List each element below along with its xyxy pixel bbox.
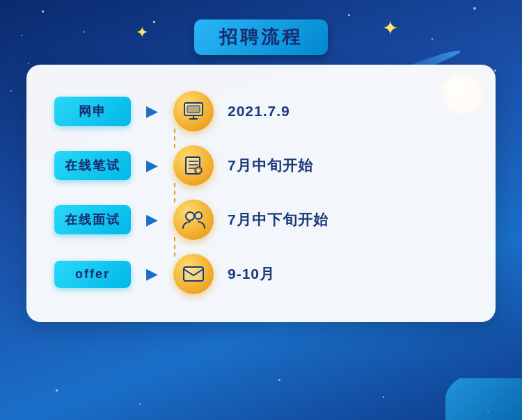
bottom-decoration [425,378,522,420]
svg-point-11 [186,212,194,220]
process-list: 网申 ▶ 2021.7.9 在线笔试 ▶ [54,84,468,301]
svg-rect-13 [184,267,203,281]
step-desc-1: 2021.7.9 [228,103,290,120]
svg-rect-3 [187,106,200,113]
step-label-4: offer [54,261,131,288]
step-icon-4 [173,254,214,294]
title-box: 招聘流程 [194,19,328,55]
page-title: 招聘流程 [219,26,303,47]
step-desc-4: 9-10月 [228,264,275,284]
arrow-icon-3: ▶ [146,211,158,229]
arrow-icon-4: ▶ [146,265,158,283]
title-section: ✦ 招聘流程 ✦ [0,19,522,55]
step-icon-2 [173,145,214,186]
step-label-2: 在线笔试 [54,151,131,180]
step-icon-1 [173,91,214,131]
process-row-2: 在线笔试 ▶ 7月中旬开始 [54,138,468,193]
sparkle-right-icon: ✦ [382,17,398,40]
bottom-deco-shape [445,378,522,420]
arrow-icon-1: ▶ [146,102,158,120]
process-row-4: offer ▶ 9-10月 [54,247,468,301]
main-card: 网申 ▶ 2021.7.9 在线笔试 ▶ [26,65,496,322]
step-label-3: 在线面试 [54,205,131,234]
process-row-3: 在线面试 ▶ 7月中下旬开始 [54,193,468,247]
step-icon-3 [173,200,214,240]
sparkle-left-icon: ✦ [136,24,148,42]
process-row-1: 网申 ▶ 2021.7.9 [54,84,468,138]
step-label-1: 网申 [54,97,131,126]
step-desc-2: 7月中旬开始 [228,156,313,175]
svg-point-12 [195,212,202,219]
arrow-icon-2: ▶ [146,156,158,175]
step-desc-3: 7月中下旬开始 [228,210,329,229]
